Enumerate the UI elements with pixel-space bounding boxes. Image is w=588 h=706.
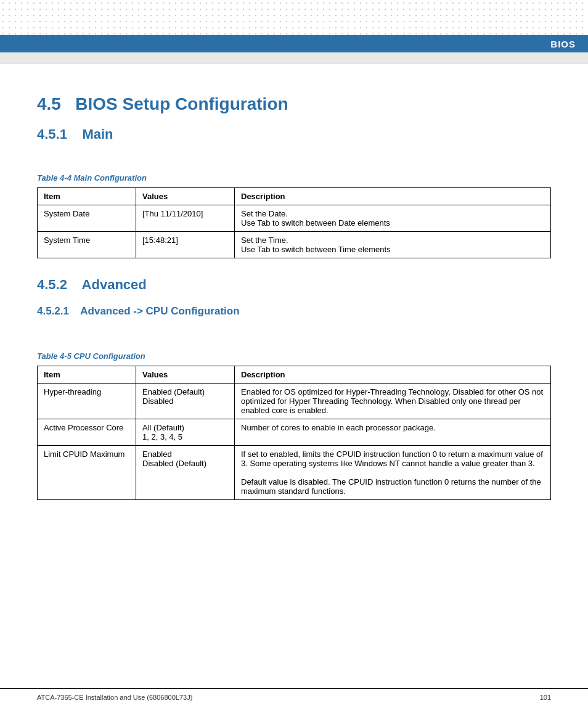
active-processor-item: Active Processor Core	[38, 419, 136, 446]
col-description-header-2: Description	[235, 366, 551, 384]
subsection-451-heading: Main	[82, 126, 113, 142]
bios-label: BIOS	[550, 39, 576, 49]
col-item-header: Item	[38, 188, 136, 205]
table-row: Limit CPUID Maximum EnabledDisabled (Def…	[38, 446, 551, 500]
hyper-threading-desc: Enabled for OS optimized for Hyper-Threa…	[235, 384, 551, 419]
page-footer: ATCA-7365-CE Installation and Use (68068…	[0, 688, 588, 706]
subsubsection-4521-number: 4.5.2.1	[37, 305, 69, 317]
table-row: Active Processor Core All (Default)1, 2,…	[38, 419, 551, 446]
active-processor-desc: Number of cores to enable in each proces…	[235, 419, 551, 446]
table-row: System Date [Thu 11/11/2010] Set the Dat…	[38, 205, 551, 232]
col-item-header-2: Item	[38, 366, 136, 384]
limit-cpuid-item: Limit CPUID Maximum	[38, 446, 136, 500]
system-time-desc: Set the Time.Use Tab to switch between T…	[235, 232, 551, 258]
system-time-item: System Time	[38, 232, 136, 258]
section-number: 4.5	[37, 94, 61, 113]
header-subtitle-bar	[0, 52, 588, 64]
table-45-caption: Table 4-5 CPU Configuration	[37, 351, 551, 361]
section-heading: BIOS Setup Configuration	[75, 94, 288, 113]
footer-page-number: 101	[540, 694, 551, 701]
subsubsection-4521-title: 4.5.2.1 Advanced -> CPU Configuration	[37, 305, 551, 318]
table-44-header-row: Item Values Description	[38, 188, 551, 205]
main-content: 4.5 BIOS Setup Configuration 4.5.1 Main …	[0, 64, 588, 556]
subsection-452-number: 4.5.2	[37, 277, 67, 292]
table-row: Hyper-threading Enabled (Default)Disable…	[38, 384, 551, 419]
subsection-451-title: 4.5.1 Main	[37, 126, 551, 142]
table-row: System Time [15:48:21] Set the Time.Use …	[38, 232, 551, 258]
limit-cpuid-desc: If set to enabled, limits the CPUID inst…	[235, 446, 551, 500]
header-bar: BIOS	[0, 35, 588, 52]
col-values-header: Values	[136, 188, 235, 205]
system-date-desc: Set the Date.Use Tab to switch between D…	[235, 205, 551, 232]
system-time-value: [15:48:21]	[136, 232, 235, 258]
section-title: 4.5 BIOS Setup Configuration	[37, 94, 551, 114]
table-44-caption: Table 4-4 Main Configuration	[37, 173, 551, 183]
subsection-452-title: 4.5.2 Advanced	[37, 277, 551, 293]
table-44-main-config: Item Values Description System Date [Thu…	[37, 187, 551, 258]
col-values-header-2: Values	[136, 366, 235, 384]
hyper-threading-values: Enabled (Default)Disabled	[136, 384, 235, 419]
active-processor-values: All (Default)1, 2, 3, 4, 5	[136, 419, 235, 446]
subsection-451-number: 4.5.1	[37, 126, 67, 142]
header: BIOS	[0, 0, 588, 52]
system-date-item: System Date	[38, 205, 136, 232]
subsubsection-4521-heading: Advanced -> CPU Configuration	[80, 305, 239, 317]
system-date-value: [Thu 11/11/2010]	[136, 205, 235, 232]
table-45-cpu-config: Item Values Description Hyper-threading …	[37, 366, 551, 500]
limit-cpuid-values: EnabledDisabled (Default)	[136, 446, 235, 500]
footer-left: ATCA-7365-CE Installation and Use (68068…	[37, 694, 192, 701]
hyper-threading-item: Hyper-threading	[38, 384, 136, 419]
subsection-452-heading: Advanced	[82, 277, 147, 292]
col-description-header: Description	[235, 188, 551, 205]
table-45-header-row: Item Values Description	[38, 366, 551, 384]
